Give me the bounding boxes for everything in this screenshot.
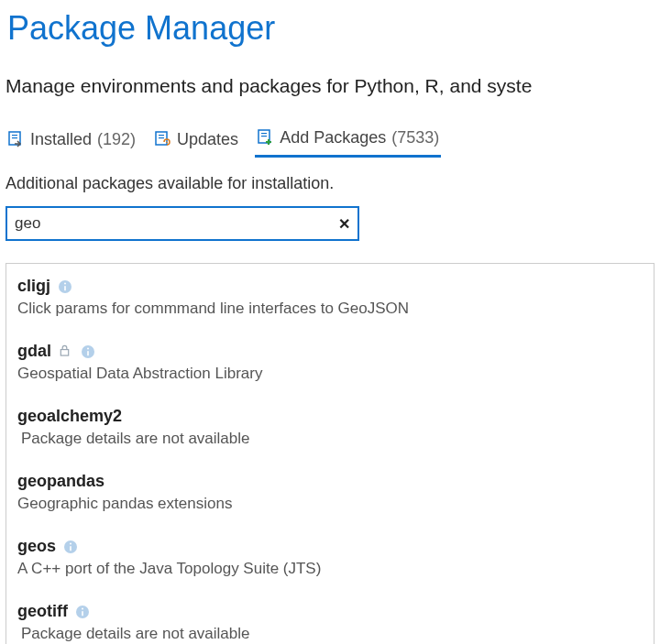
package-name: cligj (17, 277, 50, 296)
package-header: gdal (17, 342, 643, 361)
info-icon[interactable] (81, 344, 95, 359)
package-header: geotiff (17, 602, 643, 621)
tab-installed-label: Installed (30, 130, 92, 149)
package-name: geoalchemy2 (17, 407, 122, 426)
package-header: cligj (17, 277, 643, 296)
page-title: Package Manager (7, 9, 660, 48)
lock-icon (59, 344, 73, 359)
package-item[interactable]: geosA C++ port of the Java Topology Suit… (17, 537, 643, 578)
info-icon[interactable] (63, 540, 78, 554)
info-icon[interactable] (75, 605, 90, 619)
package-item[interactable]: geotiffPackage details are not available (17, 602, 643, 643)
svg-rect-20 (70, 546, 72, 551)
tab-installed-count: (192) (97, 130, 136, 149)
package-name: gdal (17, 342, 51, 361)
package-description: Click params for commmand line interface… (17, 300, 643, 318)
package-description: Geospatial Data Abstraction Library (17, 365, 643, 383)
svg-rect-1 (12, 135, 17, 136)
svg-point-18 (87, 347, 89, 349)
info-icon[interactable] (58, 279, 72, 294)
search-input-container: ✕ (6, 206, 359, 241)
package-description: A C++ port of the Java Topology Suite (J… (17, 560, 643, 578)
package-description: Geographic pandas extensions (17, 495, 643, 513)
package-item[interactable]: cligjClick params for commmand line inte… (17, 277, 643, 318)
package-header: geopandas (17, 472, 643, 491)
package-description-missing: Package details are not available (21, 625, 643, 643)
tab-installed[interactable]: Installed (192) (6, 125, 138, 158)
svg-rect-2 (12, 137, 17, 138)
package-results-list: cligjClick params for commmand line inte… (6, 263, 654, 644)
package-item[interactable]: geopandasGeographic pandas extensions (17, 472, 643, 513)
add-packages-description: Additional packages available for instal… (6, 174, 660, 193)
svg-rect-8 (261, 133, 267, 134)
svg-rect-9 (261, 136, 267, 136)
package-header: geoalchemy2 (17, 407, 643, 426)
svg-rect-23 (82, 611, 83, 616)
tabs-bar: Installed (192) Updates Add Packages (75… (6, 125, 660, 158)
updates-icon (154, 131, 171, 148)
page-subtitle: Manage environments and packages for Pyt… (6, 75, 660, 97)
package-item[interactable]: geoalchemy2Package details are not avail… (17, 407, 643, 448)
package-name: geotiff (17, 602, 68, 621)
svg-rect-13 (64, 286, 66, 290)
svg-point-24 (82, 607, 83, 609)
package-name: geopandas (17, 472, 104, 491)
tab-updates[interactable]: Updates (152, 125, 240, 158)
package-item[interactable]: gdalGeospatial Data Abstraction Library (17, 342, 643, 383)
installed-icon (7, 131, 25, 148)
tab-add-packages-label: Add Packages (280, 128, 386, 147)
svg-rect-15 (60, 349, 68, 355)
svg-point-21 (70, 542, 72, 544)
package-description-missing: Package details are not available (21, 430, 643, 448)
add-packages-icon (257, 129, 274, 147)
svg-rect-6 (159, 137, 164, 138)
package-name: geos (17, 537, 56, 556)
svg-point-14 (64, 282, 66, 284)
svg-rect-17 (87, 351, 89, 355)
tab-updates-label: Updates (177, 130, 238, 149)
clear-search-icon[interactable]: ✕ (338, 215, 350, 233)
svg-rect-5 (159, 135, 164, 136)
search-input[interactable] (13, 213, 338, 234)
tab-add-packages-count: (7533) (391, 128, 439, 147)
tab-add-packages[interactable]: Add Packages (7533) (255, 125, 441, 158)
package-header: geos (17, 537, 643, 556)
